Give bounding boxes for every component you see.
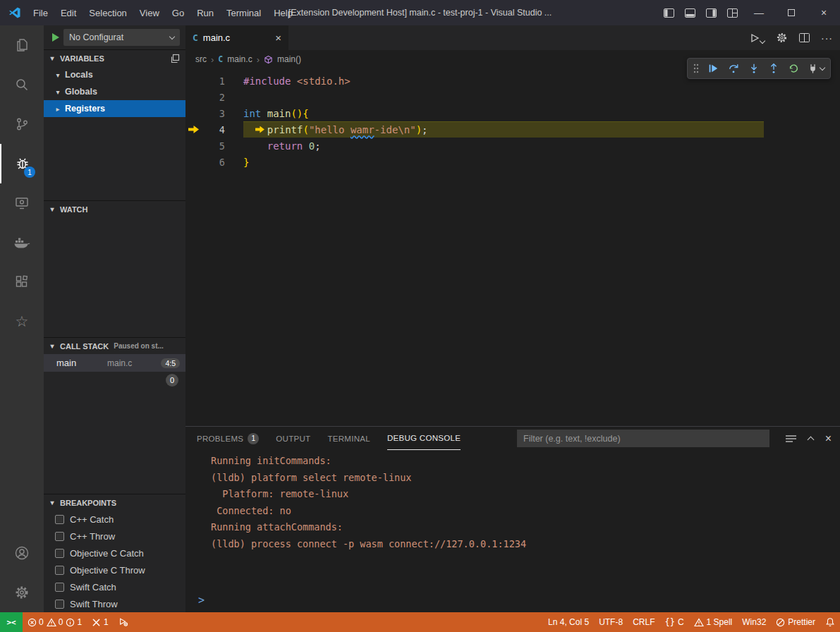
settings-button[interactable] [0,573,44,612]
panel-tab-problems[interactable]: PROBLEMS1 [197,427,259,450]
checkbox-icon[interactable] [55,600,64,609]
step-out-icon[interactable] [768,63,779,74]
breakpoint-c-catch[interactable]: C++ Catch [44,511,185,528]
menu-go[interactable]: Go [166,0,190,25]
eol-indicator[interactable]: CRLF [628,617,659,627]
breakpoint-swift-catch[interactable]: Swift Catch [44,578,185,595]
sidebar-item-remote-explorer[interactable] [0,183,44,223]
menu-view[interactable]: View [133,0,166,25]
minimize-button[interactable]: — [743,0,775,25]
code-line-3[interactable]: 3int main(){ [185,105,840,121]
breadcrumb-symbol[interactable]: main() [277,54,301,64]
panel-tab-output[interactable]: OUTPUT [276,427,310,450]
sidebar-item-wamr[interactable]: ☆ [0,302,44,341]
breakpoint-objective-c-catch[interactable]: Objective C Catch [44,545,185,561]
variables-item-globals[interactable]: ▾Globals [44,83,185,100]
cursor-position[interactable]: Ln 4, Col 5 [543,617,594,627]
variables-item-registers[interactable]: ▸Registers [44,100,185,117]
checkbox-icon[interactable] [55,549,64,558]
step-into-icon[interactable] [748,63,760,74]
checkbox-icon[interactable] [55,515,64,524]
close-button[interactable]: × [808,0,840,25]
glyph-margin[interactable] [185,73,201,89]
code-line-2[interactable]: 2 [185,89,840,105]
maximize-button[interactable] [775,0,808,25]
panel-tab-terminal[interactable]: TERMINAL [327,427,370,450]
code-area[interactable]: 1#include <stdio.h>23int main(){4 printf… [185,68,840,170]
menu-selection[interactable]: Selection [83,0,133,25]
accounts-button[interactable] [0,533,44,573]
glyph-margin[interactable] [185,138,201,154]
call-stack-section-header[interactable]: ▾ CALL STACK Paused on st... [44,337,185,354]
close-panel-icon[interactable]: × [825,432,832,445]
platform-target[interactable]: Win32 [737,617,771,627]
checkbox-icon[interactable] [55,583,64,592]
breakpoint-objective-c-throw[interactable]: Objective C Throw [44,561,185,578]
sidebar-item-explorer[interactable] [0,25,44,65]
glyph-margin[interactable] [185,89,201,105]
line-number[interactable]: 3 [201,108,225,119]
disconnect-icon[interactable] [808,63,824,74]
menu-run[interactable]: Run [190,0,220,25]
encoding-indicator[interactable]: UTF-8 [594,617,628,627]
continue-icon[interactable] [707,63,719,74]
tab-main-c[interactable]: C main.c × [185,25,288,50]
menu-file[interactable]: File [27,0,54,25]
code-line-4[interactable]: 4 printf("hello wamr-ide\n"); [185,121,840,138]
spell-checker-status[interactable]: 1 Spell [689,617,738,627]
glyph-margin[interactable] [185,154,201,170]
language-mode[interactable]: {} C [659,617,688,627]
collapse-all-icon[interactable] [170,54,180,63]
glyph-margin[interactable] [185,105,201,121]
checkbox-icon[interactable] [55,566,64,575]
step-over-icon[interactable] [727,63,740,74]
start-debugging-icon[interactable] [52,33,59,42]
tools-status[interactable]: 1 [87,612,114,632]
breadcrumb-file[interactable]: main.c [227,54,252,64]
run-file-button[interactable] [750,33,765,43]
breakpoint-c-throw[interactable]: C++ Throw [44,528,185,545]
variables-section-header[interactable]: ▾ VARIABLES [44,49,185,66]
console-filter-input[interactable] [517,430,769,447]
code-line-5[interactable]: 5 return 0; [185,138,840,154]
problems-status[interactable]: 0 0 1 [23,612,87,632]
notifications-bell[interactable] [820,617,840,627]
line-number[interactable]: 6 [201,157,225,168]
code-line-6[interactable]: 6} [185,154,840,170]
customize-layout-icon[interactable] [722,0,743,25]
gear-icon[interactable] [776,32,788,44]
menu-edit[interactable]: Edit [54,0,83,25]
toolbar-drag-grip[interactable] [693,63,699,73]
toggle-primary-sidebar-icon[interactable] [658,0,679,25]
debug-status[interactable] [114,612,133,632]
restart-icon[interactable] [788,63,799,74]
menu-terminal[interactable]: Terminal [220,0,267,25]
debug-console-input[interactable]: > [198,594,205,607]
line-number[interactable]: 2 [201,92,225,103]
tab-close-icon[interactable]: × [275,32,281,44]
split-editor-icon[interactable] [799,33,810,42]
sidebar-item-run-and-debug[interactable]: 1 [0,144,44,183]
sidebar-item-docker[interactable] [0,223,44,262]
checkbox-icon[interactable] [55,532,64,541]
breakpoints-section-header[interactable]: ▾ BREAKPOINTS [44,494,185,511]
sidebar-item-extensions[interactable] [0,262,44,302]
toggle-secondary-sidebar-icon[interactable] [700,0,722,25]
line-number[interactable]: 5 [201,140,225,152]
glyph-margin[interactable] [185,121,201,138]
variables-item-locals[interactable]: ▾Locals [44,66,185,83]
line-number[interactable]: 4 [201,124,225,135]
sidebar-item-source-control[interactable] [0,104,44,144]
debug-config-dropdown[interactable]: No Configurat [63,29,180,46]
console-lines-icon[interactable] [786,435,796,443]
watch-section-header[interactable]: ▾ WATCH [44,200,185,217]
formatter-status[interactable]: Prettier [771,617,820,627]
call-stack-frame[interactable]: main main.c 4:5 [44,354,185,372]
breadcrumb-src[interactable]: src [195,54,207,64]
maximize-panel-icon[interactable] [807,437,814,444]
sidebar-item-search[interactable] [0,65,44,104]
remote-indicator[interactable]: >< [0,612,23,632]
panel-tab-debug-console[interactable]: DEBUG CONSOLE [387,427,461,450]
more-actions-icon[interactable]: ··· [821,32,833,44]
line-number[interactable]: 1 [201,75,225,87]
